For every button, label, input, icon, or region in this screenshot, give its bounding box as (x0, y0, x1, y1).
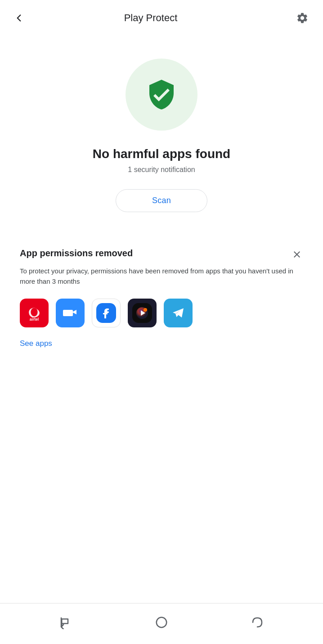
page-title: Play Protect (9, 12, 292, 24)
scan-button[interactable]: Scan (116, 189, 207, 212)
shield-icon (144, 77, 179, 113)
app-icons-row: airtel (20, 299, 303, 327)
card-description: To protect your privacy, permissions hav… (20, 266, 303, 287)
shield-circle (126, 59, 197, 131)
svg-point-9 (157, 617, 167, 628)
settings-button[interactable] (292, 8, 312, 28)
recents-nav-button[interactable] (248, 613, 266, 631)
app-icon-ytmusic[interactable] (128, 299, 157, 327)
status-subtitle: 1 security notification (128, 166, 195, 174)
hero-section: No harmful apps found 1 security notific… (0, 36, 323, 226)
app-icon-facebook[interactable] (92, 299, 121, 327)
back-nav-button[interactable] (57, 613, 75, 631)
home-nav-button[interactable] (153, 613, 170, 631)
bottom-navigation (0, 603, 323, 644)
card-title: App permissions removed (20, 248, 303, 259)
status-title: No harmful apps found (93, 147, 230, 161)
svg-text:airtel: airtel (30, 317, 39, 322)
app-icon-zoom[interactable] (56, 299, 85, 327)
close-button[interactable] (289, 246, 305, 263)
see-apps-link[interactable]: See apps (20, 339, 52, 348)
app-icon-airtel[interactable]: airtel (20, 299, 49, 327)
permissions-card: App permissions removed To protect your … (9, 239, 314, 361)
app-icon-telegram[interactable] (164, 299, 193, 327)
app-header: Play Protect (0, 0, 323, 36)
